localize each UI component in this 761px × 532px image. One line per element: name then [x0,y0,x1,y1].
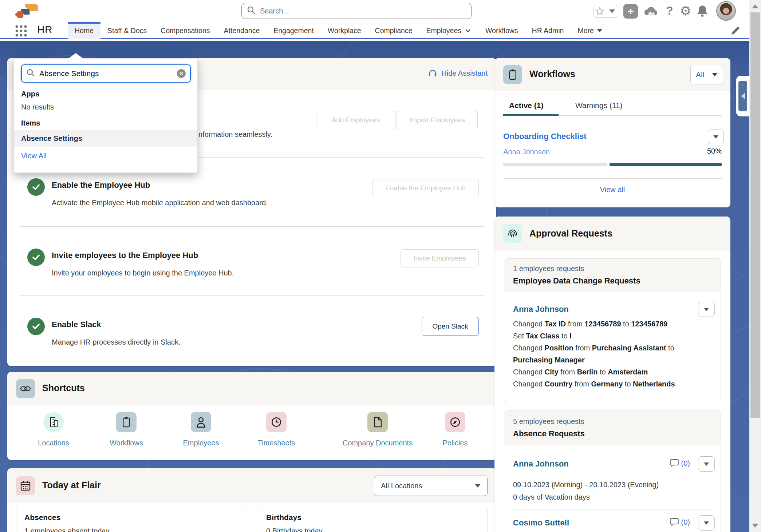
workflows-view-all-link[interactable]: View all [494,186,730,194]
comments-link[interactable]: (0) [670,517,690,527]
absence-amount: 0 days of Vacation days [513,493,590,501]
requester-name-link[interactable]: Anna Johnson [513,305,569,314]
notifications-bell-icon[interactable] [696,4,709,17]
dropdown-triangle-icon [712,73,718,76]
checklist-item-title: Enable the Employee Hub [52,180,150,190]
search-result-absence-settings[interactable]: Absence Settings [14,130,197,147]
app-launcher-waffle-icon[interactable] [15,24,28,37]
approval-requests-widget: Approval Requests 1 employees requests E… [494,217,730,532]
request-dropdown-button[interactable] [698,302,715,317]
dropdown-triangle-icon [704,308,709,311]
tab-workplace[interactable]: Workplace [321,22,368,39]
tab-hr-admin[interactable]: HR Admin [525,22,571,39]
chevron-down-icon [464,27,472,34]
shortcut-company-documents[interactable]: Company Documents [330,412,425,447]
edit-nav-pencil-icon[interactable] [730,25,741,36]
dropdown-triangle-icon [475,484,481,488]
clipboard-icon [116,412,137,432]
favorites-dropdown-icon[interactable] [606,5,618,17]
shortcut-employees[interactable]: Employees [159,412,243,447]
open-slack-button[interactable]: Open Slack [422,317,479,336]
checklist-item-description: Activate the Employee Hub mobile applica… [52,199,268,207]
shortcuts-header: Shortcuts [7,372,496,405]
shortcut-policies[interactable]: Policies [413,412,497,447]
workflow-person-link[interactable]: Anna Johnson [503,148,550,156]
hide-assistant-link[interactable]: Hide Assistant [428,68,488,78]
tab-employees[interactable]: Employees [419,22,478,39]
tab-engagement[interactable]: Engagement [267,22,321,39]
checklist-item-description: Invite your employees to begin using the… [52,269,234,277]
collapsed-panel-tab[interactable] [736,76,749,116]
nav-tabs: Home Staff & Docs Compensations Attendan… [68,22,610,39]
user-avatar[interactable] [716,1,736,21]
flair-logo [13,3,43,21]
change-line: Changed City from Berlin to Amsterdam [513,368,648,376]
change-line: Changed Country from Germany to Netherla… [513,380,675,388]
shortcut-locations[interactable]: Locations [12,412,95,447]
checklist-item-title: Invite employees to the Employee Hub [52,251,198,260]
clipboard-icon [503,65,522,84]
request-dropdown-button[interactable] [698,515,715,531]
check-circle-icon [27,178,45,196]
shortcut-timesheets[interactable]: Timesheets [234,412,318,447]
apps-no-results: No results [21,103,54,111]
check-circle-icon [27,249,45,266]
today-panel: Today at Flair All Locations Absences 1 … [7,468,496,532]
forecast-cloud-icon[interactable] [643,5,658,17]
page-scrollbar[interactable] [749,0,761,532]
absences-card: Absences 1 employees absent today [16,507,246,532]
change-line: Changed Tax ID from 123456789 to 1234567… [513,320,667,328]
enable-employee-hub-button[interactable]: Enable the Employee Hub [372,179,479,197]
tab-staff-docs[interactable]: Staff & Docs [100,22,154,39]
tab-more[interactable]: More [571,22,609,39]
app-navigation: HR Home Staff & Docs Compensations Atten… [0,22,749,39]
tab-compensations[interactable]: Compensations [154,22,217,39]
requester-name-link[interactable]: Cosimo Suttell [513,518,569,528]
view-all-link[interactable]: View All [21,152,47,160]
change-line: Purchasing Manager [513,356,585,364]
shortcut-workflows[interactable]: Workflows [84,412,168,447]
tab-active-workflows[interactable]: Active (1) [509,101,544,110]
shortcuts-title: Shortcuts [42,383,85,393]
scroll-down-icon[interactable] [752,524,758,528]
help-icon[interactable]: ? [663,4,676,18]
request-dropdown-button[interactable] [698,456,715,472]
popover-search-input[interactable] [39,69,173,78]
tab-warnings-workflows[interactable]: Warnings (11) [575,101,623,110]
hide-arrow-icon [428,68,438,78]
import-employees-button[interactable]: Import Employees [397,111,478,129]
invite-employees-button[interactable]: Invite Employees [401,249,479,267]
shortcuts-panel: Shortcuts Locations Workflows Employees … [7,372,496,460]
tab-workflows[interactable]: Workflows [478,22,525,39]
location-filter-select[interactable]: All Locations [374,476,488,496]
person-icon [191,412,211,432]
absence-period: 09.10.2023 (Morning) - 20.10.2023 (Eveni… [513,481,659,489]
scroll-up-icon[interactable] [752,4,758,8]
workflows-widget: Workflows All Active (1) Warnings (11) O… [494,58,730,207]
global-actions-icon[interactable]: + [623,4,638,19]
absences-title: Absences [24,513,60,522]
search-popover: ✕ Apps No results Items Absence Settings… [13,58,198,173]
intro-text-fragment: nformation seamlessly. [198,130,272,139]
workflows-filter-select[interactable]: All [690,65,723,84]
requester-name-link[interactable]: Anna Johnson [513,459,569,469]
workflow-item-dropdown-button[interactable] [708,130,724,144]
dropdown-triangle-icon [704,521,709,525]
onboarding-checklist-link[interactable]: Onboarding Checklist [503,132,587,141]
approval-requests-title: Approval Requests [529,228,612,239]
clear-search-icon[interactable]: ✕ [177,69,186,78]
comments-link[interactable]: (0) [670,458,690,468]
favorites-star-icon[interactable] [594,5,606,17]
global-search-input[interactable] [259,7,466,16]
approval-requests-header: Approval Requests [494,217,730,251]
popover-search-field: ✕ [21,64,191,83]
tab-compliance[interactable]: Compliance [368,22,419,39]
tab-attendance[interactable]: Attendance [217,22,267,39]
scrollbar-thumb[interactable] [750,12,760,418]
data-change-requests-card: 1 employees requests Employee Data Chang… [504,258,721,403]
add-employees-button[interactable]: Add Employees [316,111,395,129]
app-name: HR [37,24,52,36]
setup-gear-icon[interactable]: ⚙ [678,3,693,19]
tab-home[interactable]: Home [68,22,100,39]
absence-requests-card: 5 employees requests Absence Requests An… [504,410,721,532]
